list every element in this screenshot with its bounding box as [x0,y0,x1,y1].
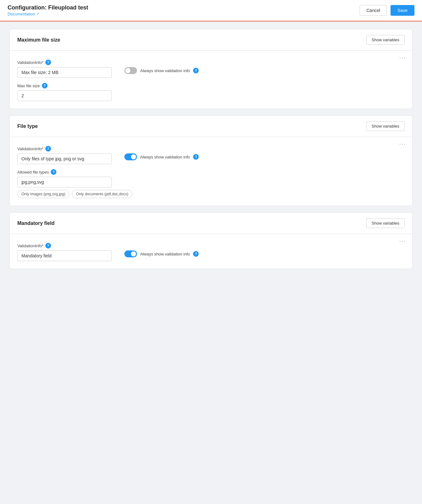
second-field-input-file-type[interactable] [17,177,112,187]
section-title-mandatory-field: Mandatory field [17,220,54,226]
second-field-label-file-type: Allowed file types ? [17,169,405,175]
section-card-max-file-size: Maximum file size Show variables ··· Val… [9,29,413,109]
top-bar-left: Configuration: Fileupload test Documenta… [8,4,88,16]
save-button[interactable]: Save [391,5,414,16]
validation-info-group-max-file-size: ValidationInfo* ? [17,60,112,78]
toggle-switch-mandatory-field[interactable] [124,250,137,257]
validation-info-group-mandatory-field: ValidationInfo* ? [17,243,112,261]
section-title-file-type: File type [17,123,38,129]
config-title: Configuration: Fileupload test [8,4,88,11]
doc-link-label: Documentation [8,12,35,16]
chip-file-type-1[interactable]: Only documents (pdf,doc,docx) [72,190,132,198]
second-field-label-max-file-size: Max file size ? [17,83,405,89]
chip-row-file-type: Only images (png,svg,jpg)Only documents … [17,190,405,198]
main-content: Maximum file size Show variables ··· Val… [0,21,422,277]
help-icon-validation-file-type[interactable]: ? [45,146,51,152]
second-field-input-max-file-size[interactable] [17,90,112,101]
three-dots-menu-max-file-size[interactable]: ··· [399,54,406,61]
validation-info-label-max-file-size: ValidationInfo* ? [17,60,112,65]
field-row-mandatory-field: ValidationInfo* ? Always show validation… [17,243,405,261]
right-group-file-type: Always show validation info ? [124,146,199,164]
toggle-row-file-type: Always show validation info ? [124,153,199,160]
three-dots-menu-mandatory-field[interactable]: ··· [399,238,406,244]
section-header-file-type: File type Show variables [10,116,412,137]
help-icon-toggle-max-file-size[interactable]: ? [193,68,199,73]
validation-info-input-mandatory-field[interactable] [17,250,112,261]
right-group-max-file-size: Always show validation info ? [124,60,199,78]
help-icon-second-file-type[interactable]: ? [51,169,56,175]
top-bar-actions: Cancel Save [360,5,414,16]
section-body-file-type: ··· ValidationInfo* ? Always s [10,137,412,206]
toggle-row-mandatory-field: Always show validation info ? [124,250,199,257]
section-header-mandatory-field: Mandatory field Show variables [10,213,412,234]
section-title-max-file-size: Maximum file size [17,37,60,43]
show-variables-button-file-type[interactable]: Show variables [366,121,405,131]
three-dots-menu-file-type[interactable]: ··· [399,141,406,147]
external-link-icon: ↗ [36,12,39,16]
show-variables-button-max-file-size[interactable]: Show variables [366,35,405,45]
validation-info-group-file-type: ValidationInfo* ? [17,146,112,164]
section-body-max-file-size: ··· ValidationInfo* ? Always s [10,51,412,109]
doc-link[interactable]: Documentation ↗ [8,12,39,16]
second-field-group-max-file-size: Max file size ? [17,83,405,101]
chip-file-type-0[interactable]: Only images (png,svg,jpg) [17,190,69,198]
always-show-label-file-type: Always show validation info [140,155,190,159]
help-icon-validation-mandatory-field[interactable]: ? [45,243,51,249]
second-field-group-file-type: Allowed file types ? [17,169,405,187]
section-body-mandatory-field: ··· ValidationInfo* ? Always s [10,234,412,269]
section-card-mandatory-field: Mandatory field Show variables ··· Valid… [9,212,413,269]
section-card-file-type: File type Show variables ··· ValidationI… [9,115,413,206]
help-icon-toggle-mandatory-field[interactable]: ? [193,251,199,257]
field-row-file-type: ValidationInfo* ? Always show validation… [17,146,405,164]
field-row-max-file-size: ValidationInfo* ? Always show validation… [17,60,405,78]
validation-info-input-file-type[interactable] [17,153,112,164]
toggle-row-max-file-size: Always show validation info ? [124,67,199,74]
validation-info-label-mandatory-field: ValidationInfo* ? [17,243,112,249]
help-icon-toggle-file-type[interactable]: ? [193,154,199,160]
validation-info-input-max-file-size[interactable] [17,67,112,78]
toggle-switch-file-type[interactable] [124,153,137,160]
always-show-label-max-file-size: Always show validation info [140,68,190,73]
help-icon-validation-max-file-size[interactable]: ? [45,60,51,65]
section-header-max-file-size: Maximum file size Show variables [10,29,412,51]
toggle-switch-max-file-size[interactable] [124,67,137,74]
help-icon-second-max-file-size[interactable]: ? [42,83,48,89]
show-variables-button-mandatory-field[interactable]: Show variables [366,218,405,228]
right-group-mandatory-field: Always show validation info ? [124,243,199,261]
top-bar: Configuration: Fileupload test Documenta… [0,0,422,21]
always-show-label-mandatory-field: Always show validation info [140,252,190,256]
validation-info-label-file-type: ValidationInfo* ? [17,146,112,152]
cancel-button[interactable]: Cancel [360,5,387,16]
